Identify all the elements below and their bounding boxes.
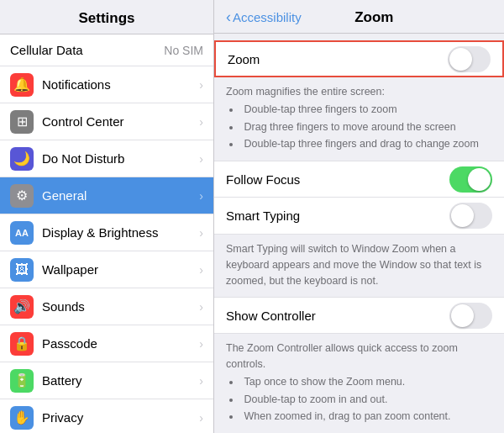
zoom-toggle[interactable]	[448, 46, 491, 72]
sidebar-item-label: General	[42, 188, 199, 203]
notifications-icon: 🔔	[10, 73, 34, 97]
back-chevron-icon: ‹	[226, 8, 231, 26]
zoom-row: Zoom	[214, 40, 504, 77]
sidebar-item-label: Control Center	[42, 114, 199, 129]
chevron-right-icon: ›	[199, 78, 203, 92]
smart-typing-toggle[interactable]	[449, 203, 492, 229]
sidebar-item-label: Privacy	[42, 410, 199, 425]
sidebar-item-passcode[interactable]: 🔒 Passcode ›	[0, 325, 213, 362]
zoom-description: Zoom magnifies the entire screen: Double…	[214, 77, 504, 161]
chevron-right-icon: ›	[199, 337, 203, 351]
controller-description: The Zoom Controller allows quick access …	[214, 334, 504, 433]
controller-desc-item-3: When zoomed in, drag to pan zoom content…	[229, 409, 492, 425]
toggle-knob	[451, 304, 474, 327]
chevron-right-icon: ›	[199, 189, 203, 203]
sidebar-item-cellular[interactable]: Cellular Data No SIM	[0, 34, 213, 66]
sidebar-item-general[interactable]: ⚙ General ›	[0, 177, 213, 214]
zoom-label: Zoom	[228, 52, 448, 66]
sidebar-item-do-not-disturb[interactable]: 🌙 Do Not Disturb ›	[0, 140, 213, 177]
smart-typing-row: Smart Typing	[214, 198, 504, 235]
follow-focus-label: Follow Focus	[226, 172, 449, 187]
zoom-desc-list: Double-tap three fingers to zoom Drag th…	[226, 102, 492, 152]
wallpaper-icon: 🖼	[10, 258, 34, 282]
sidebar-item-label: Wallpaper	[42, 262, 199, 277]
chevron-right-icon: ›	[199, 300, 203, 314]
controller-desc-list: Tap once to show the Zoom menu. Double-t…	[226, 374, 492, 425]
cellular-label: Cellular Data	[10, 43, 164, 57]
page-title: Zoom	[307, 9, 442, 26]
sidebar-item-display-brightness[interactable]: AA Display & Brightness ›	[0, 214, 213, 251]
sidebar-item-battery[interactable]: 🔋 Battery ›	[0, 362, 213, 399]
smart-typing-label: Smart Typing	[226, 209, 449, 223]
zoom-desc-item-1: Double-tap three fingers to zoom	[229, 102, 492, 118]
display-brightness-icon: AA	[10, 221, 34, 245]
zoom-desc-item-3: Double-tap three fingers and drag to cha…	[229, 136, 492, 152]
chevron-right-icon: ›	[199, 374, 203, 388]
right-panel: ‹ Accessibility Zoom Zoom Zoom magnifies…	[214, 0, 504, 433]
chevron-right-icon: ›	[199, 226, 203, 240]
back-button[interactable]: ‹ Accessibility	[226, 8, 302, 26]
battery-icon: 🔋	[10, 369, 34, 393]
sidebar-item-label: Passcode	[42, 336, 199, 351]
controller-desc-item-1: Tap once to show the Zoom menu.	[229, 374, 492, 390]
sidebar-item-sounds[interactable]: 🔊 Sounds ›	[0, 288, 213, 325]
chevron-right-icon: ›	[199, 115, 203, 129]
zoom-desc-title: Zoom magnifies the entire screen:	[226, 84, 492, 100]
sidebar-item-privacy[interactable]: ✋ Privacy ›	[0, 399, 213, 433]
sounds-icon: 🔊	[10, 295, 34, 319]
cellular-value: No SIM	[164, 44, 203, 57]
sidebar-item-label: Display & Brightness	[42, 225, 199, 240]
back-label: Accessibility	[233, 10, 302, 24]
general-icon: ⚙	[10, 184, 34, 208]
passcode-icon: 🔒	[10, 332, 34, 356]
sidebar-item-wallpaper[interactable]: 🖼 Wallpaper ›	[0, 251, 213, 288]
do-not-disturb-icon: 🌙	[10, 147, 34, 171]
show-controller-label: Show Controller	[226, 309, 449, 323]
chevron-right-icon: ›	[199, 411, 203, 425]
controller-desc-prefix: The Zoom Controller allows quick access …	[226, 341, 492, 372]
control-center-icon: ⊞	[10, 110, 34, 134]
sidebar-item-control-center[interactable]: ⊞ Control Center ›	[0, 103, 213, 140]
smart-typing-description: Smart Typing will switch to Window Zoom …	[214, 235, 504, 297]
follow-focus-toggle[interactable]	[449, 166, 492, 193]
chevron-right-icon: ›	[199, 152, 203, 166]
sidebar: Settings Cellular Data No SIM 🔔 Notifica…	[0, 0, 214, 433]
sidebar-item-label: Do Not Disturb	[42, 151, 199, 166]
privacy-icon: ✋	[10, 406, 34, 430]
sidebar-item-notifications[interactable]: 🔔 Notifications ›	[0, 66, 213, 103]
show-controller-toggle[interactable]	[449, 303, 492, 329]
sidebar-title: Settings	[0, 0, 213, 34]
sidebar-item-label: Battery	[42, 373, 199, 388]
smart-typing-desc-text: Smart Typing will switch to Window Zoom …	[226, 243, 481, 287]
chevron-right-icon: ›	[199, 263, 203, 277]
show-controller-row: Show Controller	[214, 297, 504, 334]
nav-bar: ‹ Accessibility Zoom	[214, 0, 504, 34]
zoom-desc-item-2: Drag three fingers to move around the sc…	[229, 119, 492, 135]
sidebar-item-label: Notifications	[42, 77, 199, 92]
toggle-knob	[449, 48, 472, 71]
follow-focus-row: Follow Focus	[214, 161, 504, 198]
controller-desc-item-2: Double-tap to zoom in and out.	[229, 392, 492, 408]
toggle-knob	[451, 204, 474, 227]
sidebar-item-label: Sounds	[42, 299, 199, 314]
toggle-knob	[468, 168, 491, 191]
